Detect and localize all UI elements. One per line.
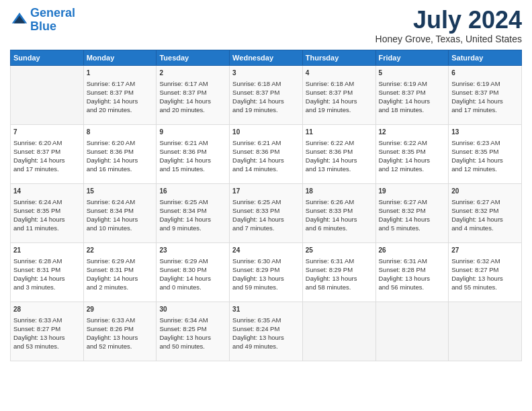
day-info: Sunset: 8:30 PM xyxy=(159,265,226,274)
day-cell: 27Sunrise: 6:32 AMSunset: 8:27 PMDayligh… xyxy=(449,242,522,302)
day-info: Sunrise: 6:26 AM xyxy=(306,197,373,206)
day-info: Sunrise: 6:17 AM xyxy=(159,79,226,88)
page-container: General Blue July 2024 Honey Grove, Texa… xyxy=(0,0,532,365)
day-cell: 22Sunrise: 6:29 AMSunset: 8:31 PMDayligh… xyxy=(83,242,157,302)
day-info: Sunrise: 6:33 AM xyxy=(13,316,81,324)
day-cell: 10Sunrise: 6:21 AMSunset: 8:36 PMDayligh… xyxy=(230,124,303,183)
day-number: 10 xyxy=(232,128,300,137)
day-info: and 20 minutes. xyxy=(87,105,154,114)
day-number: 20 xyxy=(451,187,519,196)
day-number: 11 xyxy=(306,128,373,137)
header-cell-friday: Friday xyxy=(375,50,449,65)
day-info: Sunset: 8:27 PM xyxy=(451,265,519,274)
day-info: Sunset: 8:24 PM xyxy=(232,324,300,333)
day-info: Sunrise: 6:27 AM xyxy=(451,197,519,206)
day-number: 22 xyxy=(87,246,154,255)
day-info: Sunrise: 6:34 AM xyxy=(159,316,226,324)
header-cell-saturday: Saturday xyxy=(449,50,522,65)
day-info: and 12 minutes. xyxy=(451,165,519,173)
day-info: Sunrise: 6:24 AM xyxy=(87,197,154,206)
day-info: and 17 minutes. xyxy=(451,105,519,114)
location: Honey Grove, Texas, United States xyxy=(375,34,522,44)
day-info: and 4 minutes. xyxy=(451,224,519,232)
day-info: and 55 minutes. xyxy=(451,283,519,291)
day-cell: 9Sunrise: 6:21 AMSunset: 8:36 PMDaylight… xyxy=(157,124,230,183)
day-number: 15 xyxy=(87,187,154,196)
day-number: 12 xyxy=(379,128,446,137)
day-info: and 56 minutes. xyxy=(379,283,446,291)
day-info: Sunset: 8:37 PM xyxy=(87,88,154,97)
day-info: and 2 minutes. xyxy=(87,283,154,291)
header-cell-sunday: Sunday xyxy=(11,50,84,65)
header-cell-wednesday: Wednesday xyxy=(230,50,303,65)
day-cell: 2Sunrise: 6:17 AMSunset: 8:37 PMDaylight… xyxy=(157,65,230,124)
logo: General Blue xyxy=(10,7,75,34)
day-info: Daylight: 14 hours xyxy=(379,97,446,105)
day-cell: 18Sunrise: 6:26 AMSunset: 8:33 PMDayligh… xyxy=(302,183,375,242)
day-info: and 15 minutes. xyxy=(159,165,226,173)
day-info: Sunset: 8:36 PM xyxy=(87,147,154,156)
day-info: Sunset: 8:25 PM xyxy=(159,324,226,333)
day-cell: 12Sunrise: 6:22 AMSunset: 8:35 PMDayligh… xyxy=(375,124,449,183)
day-info: Sunset: 8:36 PM xyxy=(159,147,226,156)
day-info: and 20 minutes. xyxy=(159,105,226,114)
day-number: 21 xyxy=(13,246,81,255)
day-info: and 19 minutes. xyxy=(232,105,300,114)
day-cell: 8Sunrise: 6:20 AMSunset: 8:36 PMDaylight… xyxy=(83,124,157,183)
day-info: and 18 minutes. xyxy=(379,105,446,114)
day-info: Sunrise: 6:18 AM xyxy=(232,79,300,88)
day-info: Daylight: 14 hours xyxy=(379,215,446,224)
day-info: Sunset: 8:26 PM xyxy=(87,324,154,333)
header: General Blue July 2024 Honey Grove, Texa… xyxy=(10,7,522,44)
day-cell: 28Sunrise: 6:33 AMSunset: 8:27 PMDayligh… xyxy=(11,302,84,361)
day-info: Sunset: 8:33 PM xyxy=(306,206,373,215)
day-cell: 14Sunrise: 6:24 AMSunset: 8:35 PMDayligh… xyxy=(11,183,84,242)
day-info: Sunset: 8:29 PM xyxy=(232,265,300,274)
day-info: Daylight: 14 hours xyxy=(159,274,226,283)
header-cell-monday: Monday xyxy=(83,50,157,65)
day-cell: 29Sunrise: 6:33 AMSunset: 8:26 PMDayligh… xyxy=(83,302,157,361)
day-info: Daylight: 13 hours xyxy=(379,274,446,283)
day-cell xyxy=(11,65,84,124)
day-info: Sunrise: 6:19 AM xyxy=(451,79,519,88)
day-cell: 20Sunrise: 6:27 AMSunset: 8:32 PMDayligh… xyxy=(449,183,522,242)
day-info: Sunrise: 6:31 AM xyxy=(306,257,373,265)
header-cell-tuesday: Tuesday xyxy=(157,50,230,65)
day-cell: 4Sunrise: 6:18 AMSunset: 8:37 PMDaylight… xyxy=(302,65,375,124)
day-cell: 3Sunrise: 6:18 AMSunset: 8:37 PMDaylight… xyxy=(230,65,303,124)
day-info: Sunset: 8:35 PM xyxy=(13,206,81,215)
day-info: Daylight: 14 hours xyxy=(451,156,519,165)
day-info: and 11 minutes. xyxy=(13,224,81,232)
day-cell: 30Sunrise: 6:34 AMSunset: 8:25 PMDayligh… xyxy=(157,302,230,361)
day-info: Sunset: 8:31 PM xyxy=(87,265,154,274)
day-info: Daylight: 14 hours xyxy=(13,156,81,165)
day-cell: 31Sunrise: 6:35 AMSunset: 8:24 PMDayligh… xyxy=(230,302,303,361)
day-info: and 16 minutes. xyxy=(87,165,154,173)
day-info: Daylight: 14 hours xyxy=(159,156,226,165)
day-info: and 58 minutes. xyxy=(306,283,373,291)
day-info: Sunrise: 6:27 AM xyxy=(379,197,446,206)
day-info: Daylight: 14 hours xyxy=(451,215,519,224)
month-year: July 2024 xyxy=(375,7,522,34)
day-number: 2 xyxy=(159,68,226,78)
day-cell: 7Sunrise: 6:20 AMSunset: 8:37 PMDaylight… xyxy=(11,124,84,183)
week-row-2: 7Sunrise: 6:20 AMSunset: 8:37 PMDaylight… xyxy=(11,124,522,183)
day-cell: 11Sunrise: 6:22 AMSunset: 8:36 PMDayligh… xyxy=(302,124,375,183)
day-cell: 21Sunrise: 6:28 AMSunset: 8:31 PMDayligh… xyxy=(11,242,84,302)
day-info: Sunset: 8:34 PM xyxy=(87,206,154,215)
day-number: 3 xyxy=(232,68,300,78)
day-info: Daylight: 14 hours xyxy=(13,274,81,283)
day-info: Sunset: 8:35 PM xyxy=(451,147,519,156)
day-info: Sunrise: 6:25 AM xyxy=(232,197,300,206)
day-number: 14 xyxy=(13,187,81,196)
day-cell: 26Sunrise: 6:31 AMSunset: 8:28 PMDayligh… xyxy=(375,242,449,302)
day-info: Sunset: 8:32 PM xyxy=(451,206,519,215)
day-number: 9 xyxy=(159,128,226,137)
day-info: Sunrise: 6:30 AM xyxy=(232,257,300,265)
day-info: Daylight: 13 hours xyxy=(13,333,81,342)
day-cell xyxy=(449,302,522,361)
day-info: Sunrise: 6:17 AM xyxy=(87,79,154,88)
day-info: Sunset: 8:32 PM xyxy=(379,206,446,215)
week-row-4: 21Sunrise: 6:28 AMSunset: 8:31 PMDayligh… xyxy=(11,242,522,302)
day-info: Daylight: 14 hours xyxy=(87,97,154,105)
